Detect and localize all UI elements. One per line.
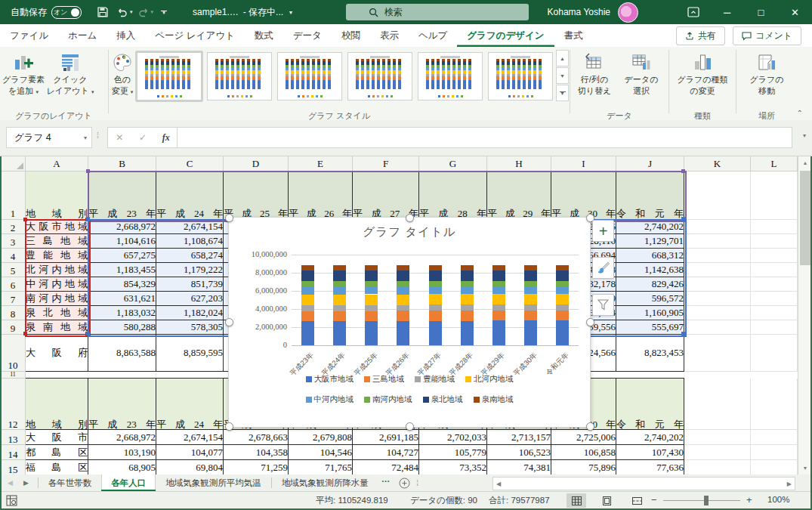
cell-D15[interactable]: 71,259 (224, 460, 289, 474)
bar-segment-三島地域[interactable] (461, 311, 474, 320)
column-header-I[interactable]: I (551, 156, 616, 172)
cell-I15[interactable]: 75,896 (551, 460, 616, 474)
chart-style-thumbnail[interactable] (205, 51, 273, 102)
bar-segment-南河内地域[interactable] (524, 281, 537, 286)
move-chart-button[interactable]: グラフの 移動 (743, 50, 790, 96)
account-control[interactable]: Kohama Yoshie (548, 0, 638, 24)
autosave-toggle[interactable]: オン (51, 6, 82, 19)
cell-A12[interactable]: 地域別 (26, 379, 88, 430)
cell-C12[interactable]: 平成24年 (156, 379, 224, 430)
bar-segment-中河内地域[interactable] (365, 286, 378, 294)
cell-A13[interactable]: 大阪市 (26, 430, 88, 445)
cell-B4[interactable]: 657,275 (88, 249, 156, 263)
gallery-scroll-down-icon[interactable]: ▼ (556, 67, 569, 84)
ribbon-tab-グラフのデザイン[interactable]: グラフのデザイン (457, 24, 554, 47)
ribbon-tab-数式[interactable]: 数式 (245, 24, 283, 47)
cell-A10[interactable]: 大阪府 (26, 335, 88, 372)
cell-J14[interactable]: 107,430 (616, 445, 684, 460)
cell-L13[interactable] (751, 430, 798, 445)
ribbon-tab-挿入[interactable]: 挿入 (107, 24, 145, 47)
cell-J11[interactable] (616, 372, 684, 379)
cell-K2[interactable] (684, 220, 751, 234)
row-header-15[interactable]: 15 (1, 460, 26, 474)
insert-function-icon[interactable]: fx (162, 132, 170, 144)
ribbon-tab-ホーム[interactable]: ホーム (58, 24, 107, 47)
cell-I14[interactable]: 106,858 (551, 445, 616, 460)
bar-segment-豊能地域[interactable] (301, 305, 314, 311)
row-header-3[interactable]: 3 (1, 234, 26, 249)
scroll-left-icon[interactable]: ◀ (493, 481, 504, 487)
bar-segment-三島地域[interactable] (397, 311, 409, 320)
ribbon-tab-校閲[interactable]: 校閲 (332, 24, 370, 47)
y-axis-tick-label[interactable]: 2,000,000 (240, 323, 287, 331)
scroll-right-icon[interactable]: ▶ (784, 481, 795, 487)
cell-G14[interactable]: 105,779 (419, 445, 487, 460)
undo-chevron-icon[interactable]: ▾ (130, 9, 133, 15)
column-header-B[interactable]: B (88, 156, 156, 172)
cell-A2[interactable]: 大阪市地域 (26, 220, 88, 234)
cell-K15[interactable] (684, 460, 751, 474)
chart-style-thumbnail[interactable] (416, 51, 484, 102)
cell-K10[interactable] (684, 335, 751, 372)
row-header-5[interactable]: 5 (1, 263, 26, 277)
bar-segment-三島地域[interactable] (429, 311, 442, 320)
column-header-J[interactable]: J (616, 156, 684, 172)
cell-B10[interactable]: 8,863,588 (88, 335, 156, 372)
row-header-11[interactable]: 11 (1, 372, 26, 379)
range-fill-handle[interactable] (681, 218, 685, 221)
chart-selection-handle[interactable] (225, 318, 233, 326)
y-axis-tick-label[interactable]: 10,000,000 (240, 250, 287, 258)
bar-segment-泉南地域[interactable] (301, 265, 314, 270)
cancel-icon[interactable]: ✕ (116, 132, 123, 143)
legend-item-泉南地域[interactable]: 泉南地域 (474, 394, 514, 405)
chart-selection-handle[interactable] (406, 422, 414, 431)
quick-layout-button[interactable]: クイック レイアウト ▾ (47, 50, 94, 96)
ribbon-tab-ページ レイアウト[interactable]: ページ レイアウト (145, 24, 245, 47)
cell-K1[interactable] (684, 172, 751, 220)
row-header-12[interactable]: 12 (1, 379, 26, 430)
chart-style-thumbnail[interactable] (346, 51, 414, 102)
bar-segment-泉北地域[interactable] (365, 270, 378, 281)
cell-B14[interactable]: 103,190 (88, 445, 156, 460)
share-button[interactable]: 共有 (676, 26, 725, 45)
cell-B12[interactable]: 平成23年 (88, 379, 156, 430)
gallery-scroll-up-icon[interactable]: ▲ (556, 50, 569, 66)
cell-K7[interactable] (684, 292, 751, 306)
bar-segment-泉北地域[interactable] (492, 270, 505, 281)
bar-segment-大阪市地域[interactable] (365, 321, 378, 345)
formula-bar-expand-icon[interactable]: ▾ (803, 132, 806, 139)
cell-G15[interactable]: 73,352 (419, 460, 487, 474)
cell-L9[interactable] (751, 320, 798, 335)
cell-L15[interactable] (751, 460, 798, 474)
bar-segment-泉南地域[interactable] (397, 265, 409, 270)
cell-J10[interactable]: 8,823,453 (616, 335, 684, 372)
select-all-corner[interactable] (1, 156, 26, 172)
enter-icon[interactable]: ✓ (139, 132, 147, 143)
bar-segment-中河内地域[interactable] (524, 286, 537, 294)
cell-C7[interactable]: 627,203 (156, 292, 224, 306)
bar-segment-南河内地域[interactable] (365, 281, 378, 286)
cell-L4[interactable] (751, 249, 798, 263)
cell-J1[interactable]: 令和元年 (616, 172, 684, 220)
bar-segment-南河内地域[interactable] (492, 281, 505, 286)
row-header-13[interactable]: 13 (1, 430, 26, 445)
close-button[interactable]: ✕ (778, 0, 812, 24)
legend-item-南河内地域[interactable]: 南河内地域 (364, 394, 412, 405)
bar-segment-三島地域[interactable] (524, 311, 537, 321)
row-header-14[interactable]: 14 (1, 445, 26, 460)
bar-segment-泉南地域[interactable] (492, 265, 505, 270)
bar-segment-泉北地域[interactable] (461, 270, 474, 281)
cell-A8[interactable]: 泉北地域 (26, 306, 88, 320)
column-header-D[interactable]: D (224, 156, 289, 172)
namebox-resize-handle[interactable]: ⁞ (97, 131, 99, 140)
cell-C15[interactable]: 69,804 (156, 460, 224, 474)
legend-item-泉北地域[interactable]: 泉北地域 (423, 394, 463, 405)
bar-segment-北河内地域[interactable] (301, 295, 314, 305)
cell-F15[interactable]: 72,484 (353, 460, 419, 474)
page-layout-view-button[interactable] (597, 493, 616, 508)
minimize-button[interactable]: ─ (710, 0, 744, 24)
cell-E1[interactable]: 平成26年 (289, 172, 353, 220)
sheet-tab-地域気象観測所降水量[interactable]: 地域気象観測所降水量 (272, 474, 378, 491)
cell-A1[interactable]: 地域別 (26, 172, 88, 220)
y-axis-tick-label[interactable]: 6,000,000 (240, 286, 287, 295)
